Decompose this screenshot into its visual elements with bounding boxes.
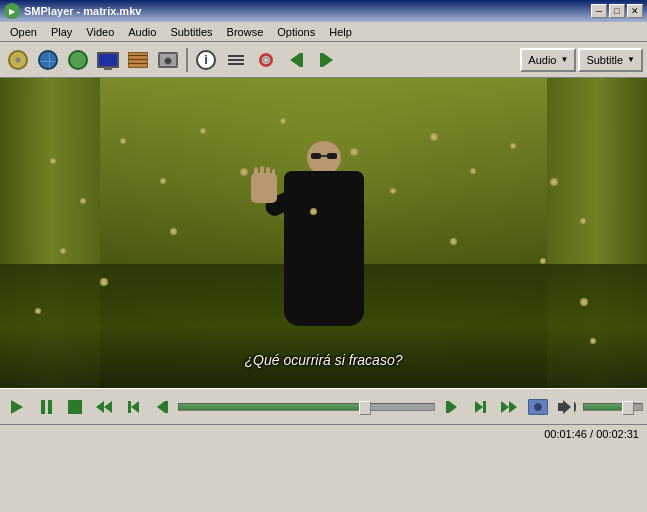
rewind-button[interactable] <box>91 394 117 420</box>
menu-browse[interactable]: Browse <box>221 24 270 40</box>
frame-back-bar <box>165 401 168 413</box>
subtitle-dropdown-arrow: ▼ <box>627 55 635 64</box>
bullet-20 <box>590 338 596 344</box>
controls-bar <box>0 388 647 424</box>
prev-chapter-button[interactable] <box>282 46 310 74</box>
fast-forward-button[interactable] <box>467 394 493 420</box>
toolbar: i Audio ▼ Subtitle ▼ <box>0 42 647 78</box>
audio-dropdown-button[interactable]: Audio ▼ <box>520 48 576 72</box>
bullet-19 <box>35 308 41 314</box>
play-icon <box>11 400 23 414</box>
maximize-button[interactable]: □ <box>609 4 625 18</box>
screenshot-toolbar-button[interactable] <box>154 46 182 74</box>
bullet-6 <box>240 168 248 176</box>
network-toolbar-button[interactable] <box>64 46 92 74</box>
frame-forward-button[interactable] <box>438 394 464 420</box>
ff-tri <box>475 401 483 413</box>
frame-back-button[interactable] <box>149 394 175 420</box>
ff-double-icon <box>501 401 517 413</box>
finger-2 <box>260 166 264 175</box>
title-bar-left: ▶ SMPlayer - matrix.mkv <box>4 3 141 19</box>
menu-open[interactable]: Open <box>4 24 43 40</box>
neo-glasses-left <box>311 153 321 159</box>
rewind-tri-1 <box>96 401 104 413</box>
menu-options[interactable]: Options <box>271 24 321 40</box>
neo-glasses-right <box>327 153 337 159</box>
frame-back-icon <box>157 401 168 413</box>
pause-icon <box>41 400 52 414</box>
bullet-12 <box>510 143 516 149</box>
title-bar: ▶ SMPlayer - matrix.mkv ─ □ ✕ <box>0 0 647 22</box>
screenshot-button[interactable] <box>525 394 551 420</box>
next-chapter-button[interactable] <box>312 46 340 74</box>
slow-button[interactable] <box>120 394 146 420</box>
video-area: ¿Qué ocurrirá si fracaso? <box>0 78 647 388</box>
time-total: 00:02:31 <box>596 428 639 440</box>
bullet-14 <box>580 218 586 224</box>
bullet-7 <box>280 118 286 124</box>
bullet-3 <box>120 138 126 144</box>
stop-icon <box>68 400 82 414</box>
volume-icon <box>558 400 576 414</box>
neo-hand <box>251 173 277 203</box>
time-current: 00:01:46 <box>544 428 587 440</box>
slow-icon <box>128 401 139 413</box>
frame-fwd-tri <box>449 401 457 413</box>
rewind-icon <box>96 401 112 413</box>
menu-play[interactable]: Play <box>45 24 78 40</box>
video-scene: ¿Qué ocurrirá si fracaso? <box>0 78 647 388</box>
bullet-17 <box>540 258 546 264</box>
browse-toolbar-button[interactable] <box>34 46 62 74</box>
rewind-tri-2 <box>104 401 112 413</box>
audio-dropdown-label: Audio <box>528 54 556 66</box>
video-subtitle: ¿Qué ocurrirá si fracaso? <box>245 352 403 368</box>
fast-forward-double-button[interactable] <box>496 394 522 420</box>
finger-3 <box>266 167 270 175</box>
bullet-23 <box>310 208 317 215</box>
bullet-13 <box>550 178 558 186</box>
menu-bar: Open Play Video Audio Subtitles Browse O… <box>0 22 647 42</box>
time-separator: / <box>587 428 596 440</box>
menu-help[interactable]: Help <box>323 24 358 40</box>
bullet-5 <box>200 128 206 134</box>
window-title: SMPlayer - matrix.mkv <box>24 5 141 17</box>
window-controls[interactable]: ─ □ ✕ <box>591 4 643 18</box>
bullet-4 <box>160 178 166 184</box>
toolbar-sep-1 <box>186 48 188 72</box>
menu-audio[interactable]: Audio <box>122 24 162 40</box>
info-toolbar-button[interactable]: i <box>192 46 220 74</box>
frame-forward-icon <box>446 401 457 413</box>
progress-fill <box>179 404 365 410</box>
settings-toolbar-button[interactable] <box>252 46 280 74</box>
pause-bar-left <box>41 400 45 414</box>
mute-button[interactable] <box>554 394 580 420</box>
play-button[interactable] <box>4 394 30 420</box>
menu-subtitles[interactable]: Subtitles <box>164 24 218 40</box>
bullet-22 <box>450 238 457 245</box>
stop-button[interactable] <box>62 394 88 420</box>
subtitle-dropdown-button[interactable]: Subtitle ▼ <box>578 48 643 72</box>
progress-bar[interactable] <box>178 403 435 411</box>
volume-thumb[interactable] <box>622 401 634 415</box>
pause-bar-right <box>48 400 52 414</box>
pause-button[interactable] <box>33 394 59 420</box>
finger-4 <box>272 169 275 175</box>
subtitle-dropdown-label: Subtitle <box>586 54 623 66</box>
neo-glasses-bridge <box>321 155 327 157</box>
minimize-button[interactable]: ─ <box>591 4 607 18</box>
playlist-toolbar-button[interactable] <box>124 46 152 74</box>
progress-thumb[interactable] <box>359 401 371 415</box>
screenshot-icon <box>528 399 548 415</box>
list-toolbar-button[interactable] <box>222 46 250 74</box>
frame-back-tri <box>157 401 165 413</box>
volume-bar[interactable] <box>583 403 643 411</box>
audio-dropdown-arrow: ▼ <box>560 55 568 64</box>
ff-bar <box>483 401 486 413</box>
bullet-9 <box>390 188 396 194</box>
fullscreen-toolbar-button[interactable] <box>94 46 122 74</box>
open-toolbar-button[interactable] <box>4 46 32 74</box>
finger-1 <box>254 167 258 175</box>
app-icon: ▶ <box>4 3 20 19</box>
menu-video[interactable]: Video <box>80 24 120 40</box>
close-button[interactable]: ✕ <box>627 4 643 18</box>
